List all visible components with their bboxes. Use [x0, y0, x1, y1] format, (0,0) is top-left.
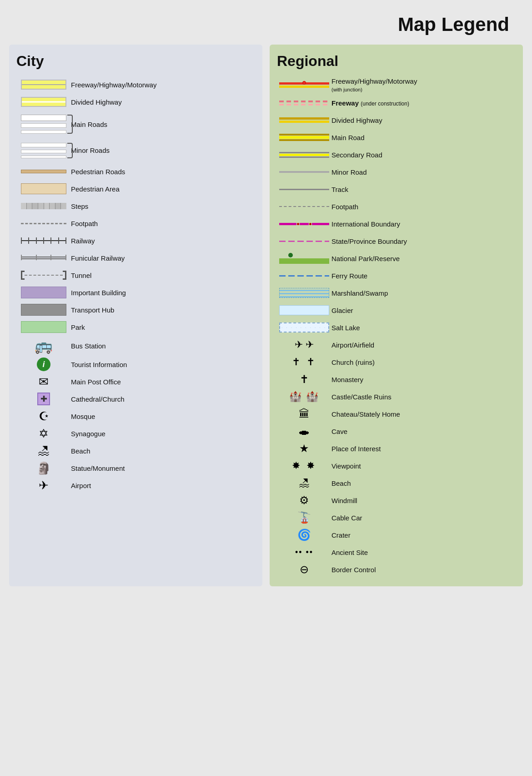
minor-roads-symbol [16, 143, 71, 158]
airport-icon: ✈ [39, 479, 49, 493]
list-item: ✡ Synagogue [16, 425, 255, 442]
reg-border-symbol: ⊖ [277, 563, 331, 576]
reg-poi-symbol: ★ [277, 442, 331, 455]
list-item: 🚌 Bus Station [16, 336, 255, 356]
pedestrian-area-symbol [16, 183, 71, 194]
airport-symbol-city: ✈ [16, 479, 71, 493]
list-item: National Park/Reserve [277, 250, 516, 267]
list-item: Pedestrian Roads [16, 163, 255, 180]
post-icon: ✉ [39, 375, 49, 389]
reg-freeway-uc-label: Freeway (under construction) [331, 99, 516, 107]
list-item: Park [16, 318, 255, 336]
list-item: · · · · · · · · · · Salt Lake [277, 319, 516, 336]
list-item: ☪ Mosque [16, 408, 255, 425]
synagogue-symbol: ✡ [16, 427, 71, 441]
railway-label: Railway [71, 237, 255, 245]
important-building-label: Important Building [71, 289, 255, 297]
viewpoint-icon: ✸ ✸ [292, 460, 316, 472]
reg-track-symbol [277, 189, 331, 190]
reg-ferry-label: Ferry Route [331, 272, 516, 280]
reg-secondary-symbol [277, 152, 331, 158]
synagogue-icon: ✡ [39, 427, 49, 441]
reg-freeway-symbol [277, 82, 331, 88]
list-item: ⊖ Border Control [277, 561, 516, 578]
reg-marshland-symbol [277, 288, 331, 298]
reg-ancient-label: Ancient Site [331, 549, 516, 556]
list-item: ★ Place of Interest [277, 440, 516, 457]
chateau-icon: 🏛 [299, 408, 310, 420]
main-roads-symbol [16, 115, 71, 134]
reg-minorroad-symbol [277, 171, 331, 173]
list-item: 🏰 🏰 Castle/Castle Ruins [277, 388, 516, 405]
freeway-symbol [16, 80, 71, 90]
beach-symbol-city: 🏖 [16, 444, 71, 458]
cave-icon: 🕳 [299, 425, 310, 438]
monastery-icon: ✝ [300, 373, 309, 386]
footpath-label: Footpath [71, 220, 255, 227]
reg-secondary-label: Secondary Road [331, 151, 516, 159]
reg-glacier-label: Glacier [331, 307, 516, 314]
beach-label: Beach [71, 447, 255, 455]
reg-national-park-label: National Park/Reserve [331, 255, 516, 262]
reg-airport-symbol: ✈ ✈ [277, 339, 331, 351]
reg-track-label: Track [331, 186, 516, 193]
city-column: City Freeway/Highway/Motorway Divided Hi… [9, 45, 262, 586]
minor-roads-label: Minor Roads [71, 146, 255, 154]
reg-intl-symbol [277, 223, 331, 225]
border-icon: ⊖ [300, 563, 309, 576]
list-item: Glacier [277, 302, 516, 319]
list-item: Railway [16, 232, 255, 249]
pedestrian-roads-symbol [16, 170, 71, 173]
reg-chateau-label: Chateau/Stately Home [331, 410, 516, 418]
reg-freeway-uc-symbol [277, 101, 331, 106]
mosque-icon: ☪ [39, 409, 49, 423]
list-item: 🏖 Beach [16, 442, 255, 459]
reg-state-label: State/Province Boundary [331, 237, 516, 245]
reg-intl-label: International Boundary [331, 220, 516, 228]
ancient-icon: •• •• [295, 548, 313, 557]
reg-ancient-symbol: •• •• [277, 548, 331, 557]
list-item: Freeway/Highway/Motorway [16, 76, 255, 93]
reg-saltlake-symbol: · · · · · · · · · · [277, 322, 331, 333]
list-item: ⚙ Windmill [277, 492, 516, 509]
reg-windmill-label: Windmill [331, 497, 516, 504]
list-item: Minor Road [277, 163, 516, 181]
bus-icon: 🚌 [35, 337, 53, 354]
page-title: Map Legend [9, 9, 523, 45]
list-item: •• •• Ancient Site [277, 544, 516, 561]
castle-icon: 🏰 🏰 [289, 391, 319, 403]
reg-beach-symbol: 🏖 [277, 477, 331, 489]
list-item: 🏖 Beach [277, 474, 516, 492]
list-item: i Tourist Information [16, 356, 255, 373]
list-item: Funicular Railway [16, 249, 255, 267]
reg-viewpoint-symbol: ✸ ✸ [277, 460, 331, 472]
statue-label: Statue/Monument [71, 464, 255, 472]
list-item: Divided Highway [16, 93, 255, 111]
tourist-info-symbol: i [16, 358, 71, 371]
reg-poi-label: Place of Interest [331, 445, 516, 453]
park-symbol [16, 321, 71, 333]
list-item: ✸ ✸ Viewpoint [277, 457, 516, 474]
reg-mainroad-symbol [277, 134, 331, 141]
reg-cave-symbol: 🕳 [277, 425, 331, 438]
reg-cave-label: Cave [331, 428, 516, 435]
list-item: ✝ ✝ Church (ruins) [277, 353, 516, 371]
airport-label: Airport [71, 482, 255, 489]
list-item: Transport Hub [16, 301, 255, 318]
main-roads-label: Main Roads [71, 121, 255, 128]
beach2-icon: 🏖 [299, 477, 310, 489]
list-item: 🏛 Chateau/Stately Home [277, 405, 516, 423]
pedestrian-area-label: Pedestrian Area [71, 185, 255, 193]
list-item: Tunnel [16, 267, 255, 284]
reg-crater-symbol: 🌀 [277, 529, 331, 541]
list-item: ✈ ✈ Airport/Airfield [277, 336, 516, 353]
freeway-label: Freeway/Highway/Motorway [71, 81, 255, 89]
info-icon: i [37, 358, 50, 371]
reg-viewpoint-label: Viewpoint [331, 462, 516, 470]
reg-minorroad-label: Minor Road [331, 168, 516, 176]
reg-church-symbol: ✝ ✝ [277, 356, 331, 368]
list-item: 🚡 Cable Car [277, 509, 516, 526]
list-item: Freeway/Highway/Motorway (with junction) [277, 76, 516, 94]
reg-monastery-label: Monastery [331, 376, 516, 383]
list-item: Main Roads [16, 111, 255, 138]
